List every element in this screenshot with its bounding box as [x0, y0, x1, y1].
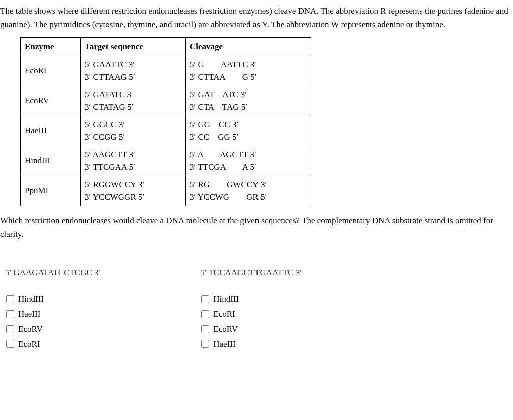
option-label: EcoRI — [18, 338, 40, 350]
option-ecori-1[interactable]: EcoRI — [6, 338, 100, 350]
cell-target: 5′ GATATC 3′ 3′ CTATAG 5′ — [81, 86, 186, 116]
checkbox[interactable] — [201, 310, 209, 318]
table-header-row: Enzyme Target sequence Cleavage — [21, 38, 311, 56]
cell-cleavage: 5′ GAT ATC 3′ 3′ CTA TAG 5′ — [186, 86, 311, 116]
option-haeiii-2[interactable]: HaeIII — [201, 338, 302, 350]
seq-cleave-bot: 3′ TTCGA A 5′ — [190, 161, 307, 174]
checkbox[interactable] — [6, 340, 14, 348]
checkbox[interactable] — [201, 340, 209, 348]
question-text: Which restriction endonucleases would cl… — [0, 214, 513, 241]
sequence-header-1: 5′ GAAGATATCCTCGC 3′ — [5, 266, 100, 279]
seq-target-top: 5′ GGCC 3′ — [85, 118, 181, 131]
seq-target-top: 5′ AAGCTT 3′ — [85, 148, 181, 161]
table-row: HaeIII 5′ GGCC 3′ 3′ CCGG 5′ 5′ GG CC 3′… — [21, 116, 311, 146]
option-label: HindIII — [213, 293, 239, 305]
seq-target-top: 5′ RGGWCCY 3′ — [85, 178, 181, 191]
table-row: EcoRI 5′ GAATTC 3′ 3′ CTTAAG 5′ 5′ G AAT… — [21, 56, 311, 86]
option-ecori-2[interactable]: EcoRI — [201, 308, 302, 320]
options-1: HindIII HaeIII EcoRV EcoRI — [6, 293, 100, 350]
seq-cleave-top: 5′ GAT ATC 3′ — [190, 88, 307, 101]
sequence-header-2: 5′ TCCAAGCTTGAATTC 3′ — [200, 266, 302, 279]
cell-target: 5′ GGCC 3′ 3′ CCGG 5′ — [81, 116, 186, 146]
cell-enzyme: EcoRI — [21, 56, 81, 86]
table-row: HindIII 5′ AAGCTT 3′ 3′ TTCGAA 5′ 5′ A A… — [21, 146, 311, 176]
option-ecorv-1[interactable]: EcoRV — [6, 323, 100, 335]
seq-target-bot: 3′ CTATAG 5′ — [85, 101, 181, 114]
cell-enzyme: HaeIII — [21, 116, 81, 146]
cell-target: 5′ GAATTC 3′ 3′ CTTAAG 5′ — [81, 56, 186, 86]
option-label: EcoRI — [213, 308, 235, 320]
cell-cleavage: 5′ GG CC 3′ 3′ CC GG 5′ — [186, 116, 311, 146]
seq-cleave-top: 5′ G AATTC 3′ — [190, 58, 307, 71]
th-target: Target sequence — [81, 38, 186, 56]
seq-target-top: 5′ GATATC 3′ — [85, 88, 181, 101]
seq-cleave-bot: 3′ CC GG 5′ — [190, 131, 307, 144]
checkbox[interactable] — [201, 295, 209, 303]
table-row: PpuMI 5′ RGGWCCY 3′ 3′ YCCWGGR 5′ 5′ RG … — [21, 176, 311, 206]
enzyme-table: Enzyme Target sequence Cleavage EcoRI 5′… — [20, 37, 311, 206]
th-cleavage: Cleavage — [186, 38, 311, 56]
options-2: HindIII EcoRI EcoRV HaeIII — [201, 293, 302, 350]
option-ecorv-2[interactable]: EcoRV — [201, 323, 302, 335]
seq-target-bot: 3′ TTCGAA 5′ — [85, 161, 181, 174]
seq-cleave-top: 5′ GG CC 3′ — [190, 118, 307, 131]
sequences-container: 5′ GAAGATATCCTCGC 3′ HindIII HaeIII EcoR… — [5, 266, 508, 353]
th-enzyme: Enzyme — [21, 38, 81, 56]
sequence-block-2: 5′ TCCAAGCTTGAATTC 3′ HindIII EcoRI EcoR… — [200, 266, 302, 353]
seq-cleave-top: 5′ A AGCTT 3′ — [190, 148, 307, 161]
sequence-block-1: 5′ GAAGATATCCTCGC 3′ HindIII HaeIII EcoR… — [5, 266, 100, 353]
seq-target-top: 5′ GAATTC 3′ — [85, 58, 181, 71]
option-hindiii-2[interactable]: HindIII — [201, 293, 302, 305]
seq-cleave-bot: 3′ CTTAA G 5′ — [190, 71, 307, 84]
cell-cleavage: 5′ G AATTC 3′ 3′ CTTAA G 5′ — [186, 56, 311, 86]
cell-cleavage: 5′ A AGCTT 3′ 3′ TTCGA A 5′ — [186, 146, 311, 176]
cell-enzyme: EcoRV — [21, 86, 81, 116]
seq-cleave-top: 5′ RG GWCCY 3′ — [190, 178, 307, 191]
seq-cleave-bot: 3′ CTA TAG 5′ — [190, 101, 307, 114]
seq-target-bot: 3′ CTTAAG 5′ — [85, 71, 181, 84]
cell-target: 5′ RGGWCCY 3′ 3′ YCCWGGR 5′ — [81, 176, 186, 206]
cell-target: 5′ AAGCTT 3′ 3′ TTCGAA 5′ — [81, 146, 186, 176]
seq-cleave-bot: 3′ YCCWG GR 5′ — [190, 191, 307, 204]
cell-cleavage: 5′ RG GWCCY 3′ 3′ YCCWG GR 5′ — [186, 176, 311, 206]
option-haeiii-1[interactable]: HaeIII — [6, 308, 100, 320]
seq-target-bot: 3′ CCGG 5′ — [85, 131, 181, 144]
seq-target-bot: 3′ YCCWGGR 5′ — [85, 191, 181, 204]
option-label: HaeIII — [213, 338, 235, 350]
checkbox[interactable] — [6, 310, 14, 318]
intro-text: The table shows where different restrict… — [0, 4, 513, 31]
checkbox[interactable] — [201, 325, 209, 333]
checkbox[interactable] — [6, 295, 14, 303]
option-label: HindIII — [18, 293, 44, 305]
option-label: HaeIII — [18, 308, 40, 320]
cell-enzyme: PpuMI — [21, 176, 81, 206]
option-label: EcoRV — [213, 323, 238, 335]
cell-enzyme: HindIII — [21, 146, 81, 176]
table-row: EcoRV 5′ GATATC 3′ 3′ CTATAG 5′ 5′ GAT A… — [21, 86, 311, 116]
checkbox[interactable] — [6, 325, 14, 333]
option-label: EcoRV — [18, 323, 43, 335]
option-hindiii-1[interactable]: HindIII — [6, 293, 100, 305]
